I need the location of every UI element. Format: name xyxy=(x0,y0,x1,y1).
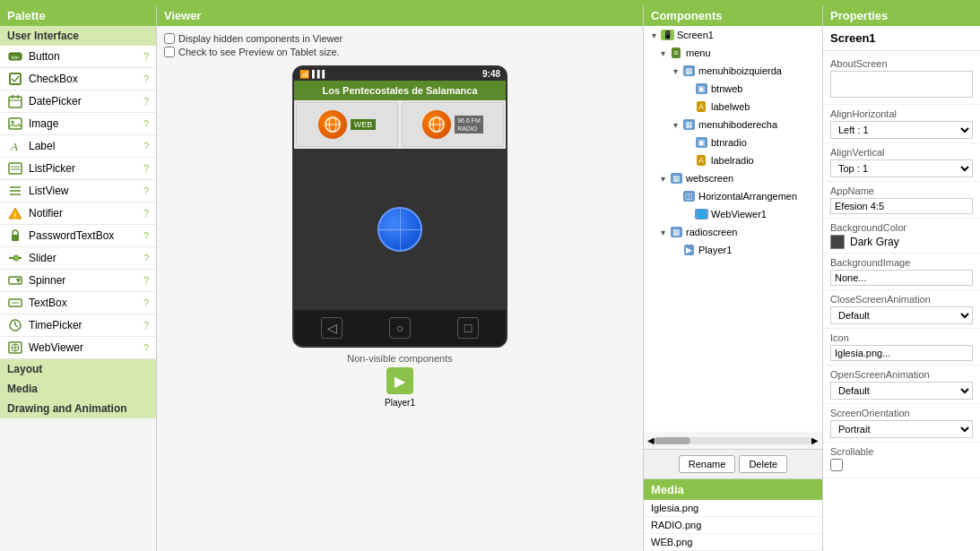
media-item-radio[interactable]: RADIO.png xyxy=(644,517,822,534)
nav-recent-button[interactable]: □ xyxy=(457,317,479,339)
svg-rect-3 xyxy=(9,97,22,108)
delete-button[interactable]: Delete xyxy=(739,455,787,473)
palette-item-datepicker-label: DatePicker xyxy=(29,95,82,108)
timepicker-icon xyxy=(7,317,23,333)
palette-item-slider[interactable]: Slider ? xyxy=(0,247,156,270)
media-item-iglesia[interactable]: Iglesia.png xyxy=(644,500,822,517)
palette-item-slider-help[interactable]: ? xyxy=(143,253,149,263)
palette-item-label[interactable]: A Label ? xyxy=(0,135,156,158)
prop-scrollable-checkbox[interactable] xyxy=(830,459,843,471)
prop-openscreenanimation-select[interactable]: Default xyxy=(830,382,973,400)
palette-item-image-help[interactable]: ? xyxy=(143,118,149,129)
media-item-web[interactable]: WEB.png xyxy=(644,534,822,551)
tree-toggle-menu[interactable]: ▾ xyxy=(656,47,669,59)
svg-text:A: A xyxy=(10,140,18,153)
svg-text:!: ! xyxy=(14,211,17,220)
palette-item-image-label: Image xyxy=(29,117,58,130)
palette-item-webviewer-help[interactable]: ? xyxy=(143,342,149,353)
tree-toggle-screen1[interactable]: ▾ xyxy=(647,29,660,41)
prop-aboutscreen-input[interactable] xyxy=(830,71,973,98)
palette-item-listpicker[interactable]: ListPicker ? xyxy=(0,158,156,180)
palette-item-button-help[interactable]: ? xyxy=(143,51,149,62)
palette-item-label-help[interactable]: ? xyxy=(143,141,149,151)
palette-scroll: User Interface btn Button ? CheckBox xyxy=(0,26,156,551)
components-scrollbar[interactable]: ◀ ▶ xyxy=(644,432,822,449)
tree-label-webviewer1: WebViewer1 xyxy=(711,209,767,220)
tree-item-labelradio[interactable]: ▸ A labelradio xyxy=(644,151,822,169)
tree-item-radioscreen[interactable]: ▾ ▦ radioscreen xyxy=(644,223,822,241)
palette-item-datepicker[interactable]: DatePicker ? xyxy=(0,90,156,113)
tree-item-menuhiboizquierda[interactable]: ▾ ▦ menuhiboizquierda xyxy=(644,62,822,80)
tree-icon-menu: ≡ xyxy=(669,46,683,60)
prop-appname-input[interactable] xyxy=(830,198,973,214)
tree-item-webscreen[interactable]: ▾ ▦ webscreen xyxy=(644,169,822,187)
palette-item-webviewer[interactable]: WebViewer ? xyxy=(0,337,156,359)
prop-icon-label: Icon xyxy=(830,332,973,343)
prop-backgroundcolor-row: Dark Gray xyxy=(830,235,973,249)
tree-item-menu[interactable]: ▾ ≡ menu xyxy=(644,44,822,62)
palette-item-timepicker[interactable]: TimePicker ? xyxy=(0,314,156,337)
prop-alignvertical-select[interactable]: Top : 1 xyxy=(830,159,973,177)
palette-item-listpicker-label: ListPicker xyxy=(29,162,75,175)
display-hidden-label[interactable]: Display hidden components in Viewer xyxy=(164,33,636,44)
prop-closescreenanimation: CloseScreenAnimation Default xyxy=(823,290,980,329)
tree-toggle-menuhiboderecha[interactable]: ▾ xyxy=(669,118,681,131)
tree-toggle-radioscreen[interactable]: ▾ xyxy=(656,226,669,238)
textbox-icon xyxy=(7,295,23,311)
prop-closescreenanimation-select[interactable]: Default xyxy=(830,306,973,324)
tablet-preview-label[interactable]: Check to see Preview on Tablet size. xyxy=(164,47,636,57)
tablet-preview-checkbox[interactable] xyxy=(164,47,175,57)
tree-item-btnweb[interactable]: ▸ ▣ btnweb xyxy=(644,80,822,98)
palette-item-textbox-help[interactable]: ? xyxy=(143,297,149,308)
palette-item-timepicker-help[interactable]: ? xyxy=(143,320,149,331)
prop-icon-input[interactable] xyxy=(830,345,973,361)
phone-radio-card: 96.6 FMRADIO xyxy=(402,102,504,147)
tree-item-webviewer1[interactable]: ▸ 🌐 WebViewer1 xyxy=(644,205,822,223)
scroll-right-btn[interactable]: ▶ xyxy=(811,435,819,445)
palette-item-textbox[interactable]: TextBox ? xyxy=(0,292,156,314)
tree-item-player1[interactable]: ▸ ▶ Player1 xyxy=(644,241,822,259)
tree-item-btnradio[interactable]: ▸ ▣ btnradio xyxy=(644,133,822,151)
palette-item-listview-help[interactable]: ? xyxy=(143,185,149,196)
tree-item-labelweb[interactable]: ▸ A labelweb xyxy=(644,98,822,116)
palette-item-spinner-help[interactable]: ? xyxy=(143,275,149,286)
media-header: Media xyxy=(644,479,822,500)
nav-back-button[interactable]: ◁ xyxy=(321,317,343,339)
palette-item-webviewer-label: WebViewer xyxy=(29,341,83,354)
palette-item-listview[interactable]: ListView ? xyxy=(0,180,156,202)
palette-item-notifier-help[interactable]: ? xyxy=(143,208,149,219)
palette-item-checkbox[interactable]: CheckBox ? xyxy=(0,68,156,90)
tree-item-horizontalarrangement[interactable]: ▸ ◫ HorizontalArrangemen xyxy=(644,187,822,205)
palette-item-button[interactable]: btn Button ? xyxy=(0,46,156,68)
display-hidden-checkbox[interactable] xyxy=(164,33,175,44)
tree-item-menuhiboderecha[interactable]: ▾ ▦ menuhiboderecha xyxy=(644,116,822,133)
palette-item-spinner[interactable]: ▼ Spinner ? xyxy=(0,270,156,292)
tree-toggle-menuhiboizquierda[interactable]: ▾ xyxy=(669,65,681,77)
scrollbar-thumb[interactable] xyxy=(655,437,690,444)
palette-item-checkbox-help[interactable]: ? xyxy=(143,73,149,84)
non-visible-label: Non-visible components xyxy=(347,353,452,364)
prop-appname: AppName xyxy=(823,182,980,219)
palette-item-passwordtextbox-help[interactable]: ? xyxy=(143,230,149,241)
wifi-icon: 📶 xyxy=(299,70,309,79)
palette-item-listpicker-help[interactable]: ? xyxy=(143,163,149,174)
prop-alignhorizontal-select[interactable]: Left : 1 xyxy=(830,121,973,139)
palette-item-notifier[interactable]: ! Notifier ? xyxy=(0,202,156,225)
palette-item-timepicker-label: TimePicker xyxy=(29,319,82,331)
scroll-left-btn[interactable]: ◀ xyxy=(647,435,655,445)
rename-button[interactable]: Rename xyxy=(679,455,736,473)
palette-item-listview-label: ListView xyxy=(29,185,68,197)
viewer-panel: Viewer Display hidden components in View… xyxy=(157,5,644,551)
palette-item-image[interactable]: Image ? xyxy=(0,113,156,135)
tree-toggle-webscreen[interactable]: ▾ xyxy=(656,172,669,185)
tree-item-screen1[interactable]: ▾ 📱 Screen1 xyxy=(644,26,822,44)
prop-backgroundcolor-swatch[interactable] xyxy=(830,235,845,249)
prop-screenorientation-select[interactable]: Portrait xyxy=(830,420,973,438)
palette-item-datepicker-help[interactable]: ? xyxy=(143,96,149,107)
palette-item-checkbox-label: CheckBox xyxy=(29,73,78,85)
nav-home-button[interactable]: ○ xyxy=(389,317,411,339)
prop-backgroundimage-input[interactable] xyxy=(830,270,973,286)
palette-item-passwordtextbox[interactable]: PasswordTextBox ? xyxy=(0,225,156,247)
palette-item-spinner-label: Spinner xyxy=(29,274,65,287)
prop-backgroundcolor-label: BackgroundColor xyxy=(830,222,973,233)
